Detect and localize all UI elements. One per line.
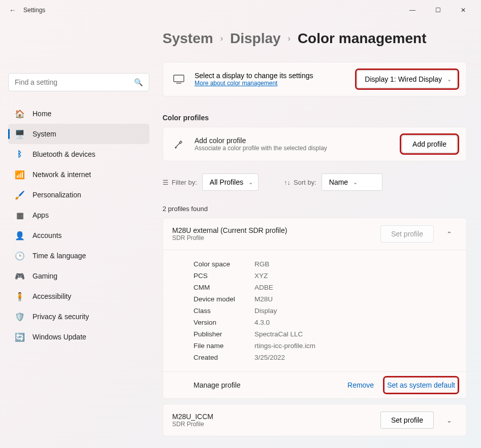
sidebar-item-home[interactable]: 🏠Home [8, 104, 149, 124]
wifi-icon: 📶 [14, 169, 25, 180]
back-button[interactable]: ← [5, 3, 20, 18]
color-mgmt-link[interactable]: More about color management [195, 80, 277, 87]
detail-value: 4.3.0 [254, 319, 270, 326]
detail-value: XYZ [254, 272, 268, 280]
sidebar-item-label: Network & internet [33, 170, 91, 179]
sidebar-item-apps[interactable]: ▦Apps [8, 205, 149, 225]
detail-key: Color space [194, 260, 254, 268]
minimize-button[interactable]: — [405, 3, 420, 18]
detail-key: Publisher [194, 330, 254, 338]
maximize-button[interactable]: ☐ [430, 3, 445, 18]
chevron-down-icon: ⌄ [446, 417, 452, 424]
breadcrumb-system[interactable]: System [163, 30, 213, 47]
remove-link[interactable]: Remove [347, 381, 374, 389]
sidebar-item-accessibility[interactable]: 🧍Accessibility [8, 286, 149, 306]
profile-name: M28U_ICCM [172, 412, 373, 421]
filter-icon: ☰ [163, 179, 169, 186]
app-title: Settings [23, 7, 45, 14]
titlebar: ← Settings — ☐ ✕ [0, 0, 481, 20]
sidebar-item-label: Windows Update [33, 333, 86, 341]
sidebar-item-bluetooth[interactable]: ᛒBluetooth & devices [8, 144, 149, 164]
accessibility-icon: 🧍 [14, 291, 25, 302]
monitor-icon [172, 73, 185, 86]
profile-name: M28U external (Current SDR profile) [172, 226, 373, 234]
set-profile-button[interactable]: Set profile [380, 411, 434, 429]
profile-header[interactable]: M28U external (Current SDR profile) SDR … [163, 218, 466, 250]
sidebar-item-update[interactable]: 🔄Windows Update [8, 327, 149, 347]
collapse-button[interactable]: ⌃ [441, 226, 457, 242]
update-icon: 🔄 [14, 331, 25, 342]
shield-icon: 🛡️ [14, 311, 25, 322]
filter-dropdown[interactable]: All Profiles ⌄ [202, 174, 259, 191]
svg-rect-0 [174, 75, 184, 82]
detail-value: Display [254, 307, 277, 315]
sort-label: Sort by: [294, 179, 316, 186]
sidebar-item-label: System [33, 130, 56, 138]
set-profile-button: Set profile [380, 225, 434, 243]
detail-key: PCS [194, 272, 254, 280]
sidebar-item-label: Personalization [33, 191, 81, 199]
sidebar-item-label: Home [33, 110, 51, 118]
sidebar-item-network[interactable]: 📶Network & internet [8, 164, 149, 185]
sort-icon: ↑↓ [284, 179, 291, 186]
sort-dropdown[interactable]: Name ⌄ [322, 174, 382, 191]
add-profile-sub: Associate a color profile with the selec… [195, 145, 393, 152]
home-icon: 🏠 [14, 108, 25, 119]
sidebar-item-label: Bluetooth & devices [33, 150, 95, 158]
apps-icon: ▦ [14, 210, 25, 221]
filter-row: ☰Filter by: All Profiles ⌄ ↑↓Sort by: Na… [163, 174, 467, 191]
breadcrumb-display[interactable]: Display [230, 30, 281, 47]
sidebar-item-time[interactable]: 🕒Time & language [8, 246, 149, 266]
profile-card: M28U_ICCM SDR Profile Set profile ⌄ [163, 404, 467, 436]
add-profile-button[interactable]: Add profile [402, 135, 457, 153]
detail-key: Created [194, 354, 254, 361]
sidebar-item-accounts[interactable]: 👤Accounts [8, 225, 149, 246]
system-icon: 🖥️ [14, 128, 25, 140]
profile-header[interactable]: M28U_ICCM SDR Profile Set profile ⌄ [163, 404, 466, 436]
sidebar-item-personalization[interactable]: 🖌️Personalization [8, 185, 149, 205]
detail-key: CMM [194, 284, 254, 291]
sidebar-item-label: Privacy & security [33, 313, 89, 321]
chevron-up-icon: ⌃ [446, 230, 452, 238]
expand-button[interactable]: ⌄ [441, 412, 457, 428]
filter-value: All Profiles [210, 178, 243, 186]
profile-type: SDR Profile [172, 234, 373, 242]
sidebar-item-gaming[interactable]: 🎮Gaming [8, 266, 149, 286]
breadcrumb-current: Color management [298, 30, 427, 47]
sidebar-item-label: Gaming [33, 272, 57, 280]
person-icon: 👤 [14, 230, 25, 241]
add-profile-card: Add color profile Associate a color prof… [163, 127, 467, 161]
eyedropper-icon [172, 137, 185, 151]
profile-card: M28U external (Current SDR profile) SDR … [163, 218, 467, 399]
sort-value: Name [329, 178, 348, 186]
search-icon: 🔍 [134, 78, 143, 86]
brush-icon: 🖌️ [14, 189, 25, 200]
display-selector-title: Select a display to change its settings [195, 72, 348, 80]
close-button[interactable]: ✕ [456, 3, 471, 18]
detail-key: Version [194, 319, 254, 326]
display-dropdown[interactable]: Display 1: Wired Display ⌄ [357, 71, 457, 88]
sidebar-item-system[interactable]: 🖥️System [8, 124, 149, 144]
display-dropdown-value: Display 1: Wired Display [365, 75, 442, 83]
sidebar-item-privacy[interactable]: 🛡️Privacy & security [8, 306, 149, 327]
sidebar: 🔍 🏠Home 🖥️System ᛒBluetooth & devices 📶N… [0, 20, 157, 448]
nav-list: 🏠Home 🖥️System ᛒBluetooth & devices 📶Net… [8, 104, 149, 347]
detail-key: Device model [194, 295, 254, 303]
clock-icon: 🕒 [14, 250, 25, 261]
search-box[interactable]: 🔍 [8, 73, 149, 91]
search-input[interactable] [15, 78, 134, 86]
profile-type: SDR Profile [172, 421, 373, 428]
profile-details: Color spaceRGB PCSXYZ CMMADBE Device mod… [163, 250, 466, 371]
window-controls: — ☐ ✕ [405, 3, 476, 18]
breadcrumb: System › Display › Color management [163, 30, 467, 47]
main-content: System › Display › Color management Sele… [157, 20, 481, 448]
profile-footer: Manage profile Remove Set as system defa… [163, 371, 466, 398]
sidebar-item-label: Time & language [33, 252, 86, 260]
display-selector-card: Select a display to change its settings … [163, 62, 467, 96]
filter-label: Filter by: [172, 179, 197, 186]
detail-value: ADBE [254, 284, 273, 291]
detail-value: 3/25/2022 [254, 354, 285, 361]
set-default-link[interactable]: Set as system default [385, 378, 457, 392]
sidebar-item-label: Apps [33, 211, 49, 219]
chevron-down-icon: ⌄ [447, 76, 452, 83]
